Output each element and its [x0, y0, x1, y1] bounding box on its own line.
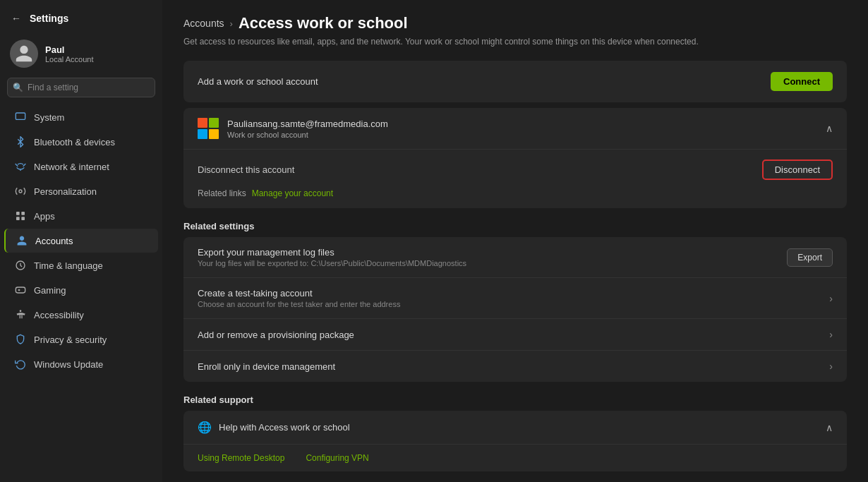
chevron-up-icon[interactable]: ∧	[826, 123, 833, 134]
search-icon: 🔍	[13, 83, 23, 92]
device-mgmt-left: Enroll only in device management	[198, 361, 335, 372]
disconnect-label: Disconnect this account	[198, 164, 294, 175]
svg-point-8	[20, 310, 22, 312]
svg-rect-0	[16, 113, 25, 119]
disconnect-button[interactable]: Disconnect	[762, 159, 833, 180]
back-button[interactable]: ←	[8, 10, 24, 27]
support-link-rdp[interactable]: Using Remote Desktop	[198, 453, 284, 463]
sidebar-item-system-label: System	[34, 112, 64, 123]
test-account-title: Create a test-taking account	[198, 288, 400, 299]
globe-icon: 🌐	[198, 421, 212, 434]
sidebar-item-system[interactable]: System	[4, 105, 158, 129]
svg-point-1	[19, 190, 22, 193]
support-body: Using Remote Desktop Configuring VPN	[183, 444, 847, 471]
settings-row-device-mgmt[interactable]: Enroll only in device management ›	[183, 351, 847, 382]
ms-logo-yellow	[209, 129, 219, 139]
related-support-heading: Related support	[183, 394, 847, 405]
chevron-right-icon-test: ›	[829, 293, 833, 304]
breadcrumb-accounts-link[interactable]: Accounts	[183, 18, 224, 29]
support-title: Help with Access work or school	[219, 422, 350, 433]
ms-logo-blue	[198, 129, 207, 139]
sidebar-item-bluetooth[interactable]: Bluetooth & devices	[4, 130, 158, 154]
sidebar-item-network-label: Network & internet	[34, 162, 109, 172]
accessibility-icon	[14, 308, 27, 321]
manage-account-link[interactable]: Manage your account	[252, 188, 333, 198]
user-avatar-icon	[14, 44, 34, 64]
support-header-left: 🌐 Help with Access work or school	[198, 421, 350, 434]
test-account-left: Create a test-taking account Choose an a…	[198, 288, 400, 308]
svg-rect-5	[21, 217, 25, 220]
export-button[interactable]: Export	[787, 248, 833, 267]
svg-rect-2	[16, 212, 20, 215]
support-link-vpn[interactable]: Configuring VPN	[306, 453, 368, 463]
related-links: Related links Manage your account	[198, 188, 833, 198]
related-support-card: 🌐 Help with Access work or school ∧ Usin…	[183, 411, 847, 471]
sidebar-item-time[interactable]: Time & language	[4, 253, 158, 277]
accounts-icon	[16, 234, 28, 247]
account-header: Pauliansang.samte@framedmedia.com Work o…	[183, 108, 847, 149]
support-chevron-up-icon[interactable]: ∧	[826, 422, 833, 433]
personalization-icon	[14, 185, 27, 198]
page-title: Access work or school	[239, 14, 408, 32]
privacy-icon	[14, 333, 27, 346]
system-icon	[14, 111, 27, 123]
add-account-row: Add a work or school account Connect	[183, 61, 847, 102]
ms-logo-red	[198, 118, 207, 128]
avatar	[10, 40, 38, 68]
ms-logo-green	[209, 118, 219, 128]
network-icon	[14, 160, 27, 173]
svg-rect-7	[16, 287, 25, 293]
sidebar-item-accounts[interactable]: Accounts	[4, 229, 158, 253]
ms-logo	[198, 118, 219, 139]
export-sub: Your log files will be exported to: C:\U…	[198, 259, 466, 267]
user-info: Paul Local Account	[45, 44, 94, 64]
search-input[interactable]	[7, 78, 155, 97]
sidebar-item-accounts-label: Accounts	[35, 236, 73, 246]
account-info: Pauliansang.samte@framedmedia.com Work o…	[198, 118, 388, 139]
connect-button[interactable]: Connect	[771, 72, 833, 91]
bluetooth-icon	[14, 135, 27, 148]
provisioning-left: Add or remove a provisioning package	[198, 330, 354, 340]
sidebar-item-gaming-label: Gaming	[34, 285, 66, 296]
sidebar-item-privacy-label: Privacy & security	[34, 335, 107, 345]
sidebar-item-network[interactable]: Network & internet	[4, 155, 158, 179]
sidebar-item-update[interactable]: Windows Update	[4, 352, 158, 376]
account-email: Pauliansang.samte@framedmedia.com	[227, 119, 388, 129]
disconnect-row: Disconnect this account Disconnect	[198, 159, 833, 180]
sidebar-item-accessibility-label: Accessibility	[34, 310, 84, 320]
gaming-icon	[14, 284, 27, 296]
page-description: Get access to resources like email, apps…	[183, 37, 847, 47]
related-links-label: Related links	[198, 188, 246, 198]
account-details: Pauliansang.samte@framedmedia.com Work o…	[227, 119, 388, 139]
device-mgmt-title: Enroll only in device management	[198, 361, 335, 372]
settings-row-export[interactable]: Export your management log files Your lo…	[183, 237, 847, 278]
sidebar-item-time-label: Time & language	[34, 260, 103, 271]
chevron-right-icon-device: ›	[829, 361, 833, 372]
settings-row-test-account[interactable]: Create a test-taking account Choose an a…	[183, 278, 847, 319]
sidebar-item-bluetooth-label: Bluetooth & devices	[34, 137, 115, 147]
provisioning-title: Add or remove a provisioning package	[198, 330, 354, 340]
add-account-label: Add a work or school account	[198, 76, 318, 87]
user-name: Paul	[45, 44, 94, 55]
apps-icon	[14, 210, 27, 222]
user-type: Local Account	[45, 55, 94, 64]
related-settings-card: Export your management log files Your lo…	[183, 237, 847, 382]
add-account-card: Add a work or school account Connect	[183, 61, 847, 102]
sidebar-item-apps[interactable]: Apps	[4, 204, 158, 228]
test-account-sub: Choose an account for the test taker and…	[198, 300, 400, 308]
user-section: Paul Local Account	[0, 32, 162, 78]
time-icon	[14, 259, 27, 272]
settings-row-provisioning[interactable]: Add or remove a provisioning package ›	[183, 319, 847, 351]
sidebar-item-accessibility[interactable]: Accessibility	[4, 303, 158, 327]
sidebar-item-personalization[interactable]: Personalization	[4, 179, 158, 203]
sidebar-header: ← Settings	[0, 0, 162, 32]
support-header: 🌐 Help with Access work or school ∧	[183, 411, 847, 444]
sidebar-item-gaming[interactable]: Gaming	[4, 278, 158, 302]
main-content: Accounts › Access work or school Get acc…	[162, 0, 868, 482]
search-box: 🔍	[7, 78, 155, 97]
sidebar-item-privacy[interactable]: Privacy & security	[4, 327, 158, 351]
sidebar-item-personalization-label: Personalization	[34, 186, 97, 197]
account-type: Work or school account	[227, 131, 388, 139]
account-body: Disconnect this account Disconnect Relat…	[183, 149, 847, 208]
export-title: Export your management log files	[198, 247, 466, 258]
